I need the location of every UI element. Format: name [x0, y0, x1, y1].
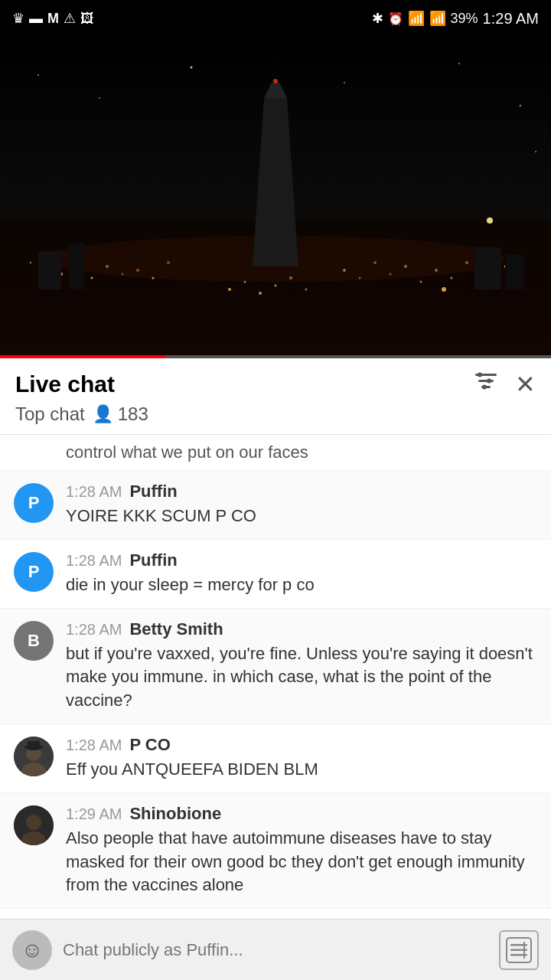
- svg-point-5: [30, 262, 31, 263]
- chat-header: Live chat ✕ Top chat 👤 183: [0, 358, 551, 435]
- message-author: Puffin: [129, 550, 177, 570]
- live-chat-title: Live chat: [15, 371, 115, 397]
- message-time: 1:28 AM: [66, 483, 122, 501]
- svg-rect-36: [505, 255, 524, 289]
- status-icons-right: ✱ ⏰ 📶 📶 39% 1:29 AM: [372, 10, 539, 28]
- list-item: P 1:28 AM Puffin die in your sleep = mer…: [0, 540, 551, 609]
- message-time: 1:28 AM: [66, 621, 122, 639]
- message-content: 1:28 AM Betty Smith but if you're vaxxed…: [66, 619, 537, 713]
- chat-messages-list: control what we put on our faces P 1:28 …: [0, 435, 551, 978]
- svg-point-43: [535, 151, 536, 152]
- close-icon[interactable]: ✕: [515, 370, 536, 399]
- image-icon: 🖼: [80, 11, 94, 27]
- message-time: 1:28 AM: [66, 552, 122, 570]
- message-content: 1:28 AM Puffin YOIRE KKK SCUM P CO: [66, 482, 537, 528]
- chat-subheader: Top chat 👤 183: [15, 403, 536, 425]
- svg-point-45: [442, 287, 446, 292]
- warning-icon: ⚠: [64, 10, 76, 27]
- message-meta: 1:29 AM Shinobione: [66, 804, 537, 824]
- message-meta: 1:28 AM P CO: [66, 735, 537, 755]
- chat-messages-wrapper: control what we put on our faces P 1:28 …: [0, 435, 551, 980]
- alarm-icon: ⏰: [388, 11, 403, 26]
- top-chat-label: Top chat: [15, 403, 85, 425]
- battery-level: 39%: [451, 11, 478, 27]
- message-author: P CO: [129, 735, 170, 755]
- chat-input[interactable]: [63, 930, 488, 970]
- svg-rect-34: [69, 243, 84, 289]
- signal-icon: 📶: [429, 10, 446, 27]
- svg-rect-35: [474, 247, 501, 289]
- emoji-button[interactable]: ☺: [12, 930, 52, 970]
- svg-point-50: [487, 379, 491, 384]
- message-text: YOIRE KKK SCUM P CO: [66, 505, 537, 528]
- m-icon: M: [47, 11, 59, 27]
- list-item: B 1:28 AM Betty Smith but if you're vaxx…: [0, 609, 551, 724]
- svg-point-16: [305, 289, 308, 291]
- message-author: Betty Smith: [129, 619, 223, 639]
- svg-marker-31: [264, 83, 287, 98]
- message-content: 1:28 AM Puffin die in your sleep = mercy…: [66, 550, 537, 597]
- svg-point-40: [344, 82, 345, 83]
- video-progress-filled: [0, 355, 165, 358]
- svg-point-14: [275, 285, 277, 287]
- message-author: Puffin: [129, 482, 177, 501]
- message-text: Eff you ANTQUEEFA BIDEN BLM: [66, 758, 537, 782]
- crown-icon: ♛: [12, 10, 24, 27]
- svg-rect-33: [38, 251, 61, 289]
- header-actions: ✕: [472, 368, 536, 400]
- svg-point-42: [520, 105, 522, 107]
- svg-point-32: [273, 79, 278, 83]
- list-item: control what we put on our faces: [0, 435, 551, 471]
- list-item: 1:28 AM P CO Eff you ANTQUEEFA BIDEN BLM: [0, 724, 551, 793]
- svg-point-37: [37, 74, 39, 76]
- svg-point-38: [99, 97, 100, 99]
- viewer-count: 183: [118, 403, 148, 425]
- message-time: 1:29 AM: [66, 805, 122, 823]
- video-player[interactable]: [0, 37, 551, 358]
- avatar: P: [14, 552, 54, 592]
- status-icons-left: ♛ ▬ M ⚠ 🖼: [12, 10, 94, 27]
- svg-point-22: [420, 281, 422, 283]
- filter-icon[interactable]: [472, 368, 500, 400]
- svg-point-49: [478, 373, 482, 377]
- message-text: but if you're vaxxed, you're fine. Unles…: [66, 642, 537, 713]
- svg-rect-56: [28, 741, 40, 749]
- message-meta: 1:28 AM Puffin: [66, 482, 537, 501]
- svg-marker-30: [253, 98, 298, 266]
- svg-point-60: [26, 815, 41, 830]
- message-meta: 1:28 AM Puffin: [66, 550, 537, 570]
- viewer-count-container: 👤 183: [93, 403, 148, 425]
- svg-point-51: [482, 385, 487, 390]
- message-meta: 1:28 AM Betty Smith: [66, 619, 537, 639]
- svg-point-4: [91, 277, 93, 279]
- message-author: Shinobione: [129, 804, 221, 824]
- svg-point-11: [228, 288, 231, 291]
- send-button[interactable]: [499, 930, 539, 970]
- avatar: [14, 805, 54, 845]
- bluetooth-icon: ✱: [372, 10, 383, 27]
- message-text: die in your sleep = mercy for p co: [66, 573, 537, 597]
- svg-point-39: [191, 67, 193, 69]
- list-item: P 1:28 AM Puffin YOIRE KKK SCUM P CO: [0, 471, 551, 540]
- wifi-icon: 📶: [408, 10, 425, 27]
- time-display: 1:29 AM: [483, 10, 539, 28]
- emoji-icon: ☺: [21, 938, 44, 962]
- avatar: B: [14, 621, 54, 661]
- status-bar: ♛ ▬ M ⚠ 🖼 ✱ ⏰ 📶 📶 39% 1:29 AM: [0, 0, 551, 37]
- message-content: 1:28 AM P CO Eff you ANTQUEEFA BIDEN BLM: [66, 735, 537, 782]
- chat-input-bar: ☺: [0, 919, 551, 980]
- avatar: [14, 737, 54, 776]
- svg-point-24: [451, 277, 453, 279]
- svg-point-44: [487, 217, 493, 224]
- svg-point-13: [259, 292, 262, 295]
- avatar: P: [14, 483, 54, 523]
- message-text: Also people that have autoimmune disease…: [66, 827, 537, 897]
- people-icon: 👤: [93, 404, 113, 424]
- folder-icon: ▬: [29, 11, 43, 27]
- message-text-partial: control what we put on our faces: [66, 443, 308, 462]
- svg-point-41: [458, 63, 460, 64]
- video-progress-bar[interactable]: [0, 355, 551, 358]
- list-item: 1:29 AM Shinobione Also people that have…: [0, 793, 551, 909]
- message-content: 1:29 AM Shinobione Also people that have…: [66, 804, 537, 897]
- message-time: 1:28 AM: [66, 737, 122, 754]
